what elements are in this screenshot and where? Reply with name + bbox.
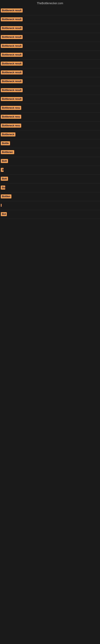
bottleneck-result-badge[interactable]: Bottleneck result bbox=[1, 62, 23, 66]
table-row: Bottleneck result bbox=[0, 42, 100, 51]
bottom-spacer bbox=[0, 219, 100, 581]
bottleneck-result-badge[interactable]: Bottleneck result bbox=[1, 8, 23, 12]
table-row: Bottleneck resu bbox=[0, 104, 100, 113]
bottleneck-result-badge[interactable]: Bottleneck result bbox=[1, 70, 23, 74]
table-row: Bottleneck result bbox=[0, 6, 100, 15]
table-row: Bottleneck result bbox=[0, 77, 100, 86]
bottleneck-result-badge[interactable]: Bottleneck result bbox=[1, 17, 23, 21]
bottleneck-result-badge[interactable]: Bottleneck bbox=[1, 132, 15, 136]
bottleneck-result-badge[interactable]: Bottleneck result bbox=[1, 44, 23, 48]
bottleneck-result-badge[interactable]: Bottlenec bbox=[1, 150, 14, 154]
table-row: Bottleneck result bbox=[0, 15, 100, 24]
table-row: Bot bbox=[0, 210, 100, 219]
table-row: Bottleneck result bbox=[0, 24, 100, 33]
table-row: B bbox=[0, 166, 100, 175]
bottleneck-result-badge[interactable]: Bottleneck result bbox=[1, 88, 23, 92]
table-row: Bottleneck result bbox=[0, 86, 100, 95]
table-row: Bottleneck result bbox=[0, 68, 100, 77]
table-row: Bottleneck result bbox=[0, 60, 100, 68]
bottleneck-result-badge[interactable]: Bott bbox=[1, 177, 8, 181]
bottleneck-result-badge[interactable]: Bott bbox=[1, 159, 8, 163]
bottleneck-result-badge[interactable]: Bo bbox=[1, 186, 5, 190]
table-row: Bottleneck result bbox=[0, 33, 100, 42]
table-row: Bo bbox=[0, 184, 100, 192]
table-row: Bottleneck resu bbox=[0, 113, 100, 122]
table-row: Bott bbox=[0, 175, 100, 184]
table-row: Bottlen bbox=[0, 192, 100, 201]
bottleneck-result-badge[interactable]: Bottleneck resu bbox=[1, 124, 21, 128]
table-row bbox=[0, 201, 100, 210]
site-title: TheBottlenecker.com bbox=[0, 0, 100, 6]
bottleneck-result-badge[interactable]: Bottleneck result bbox=[1, 79, 23, 83]
table-row: Bottlenec bbox=[0, 148, 100, 157]
bottleneck-result-badge[interactable]: B bbox=[1, 168, 3, 172]
table-row: Bottleneck bbox=[0, 130, 100, 139]
bottleneck-result-badge[interactable]: Bottleneck result bbox=[1, 97, 23, 101]
bottleneck-result-badge[interactable]: Bottleneck result bbox=[1, 26, 23, 30]
table-row: Bott bbox=[0, 157, 100, 166]
bottleneck-result-badge[interactable]: Bottleneck result bbox=[1, 53, 23, 57]
bottleneck-result-badge[interactable]: Bottleneck result bbox=[1, 35, 23, 39]
bottleneck-result-badge bbox=[1, 204, 1, 207]
bottleneck-result-badge[interactable]: Bottleneck resu bbox=[1, 106, 21, 110]
table-row: Bottle bbox=[0, 139, 100, 148]
table-row: Bottleneck result bbox=[0, 95, 100, 104]
bottleneck-result-badge[interactable]: Bottlen bbox=[1, 194, 11, 198]
table-row: Bottleneck result bbox=[0, 51, 100, 60]
bottleneck-result-badge[interactable]: Bottle bbox=[1, 141, 10, 145]
table-row: Bottleneck resu bbox=[0, 122, 100, 130]
bottleneck-result-badge[interactable]: Bottleneck resu bbox=[1, 115, 21, 119]
bottleneck-result-badge[interactable]: Bot bbox=[1, 212, 7, 216]
